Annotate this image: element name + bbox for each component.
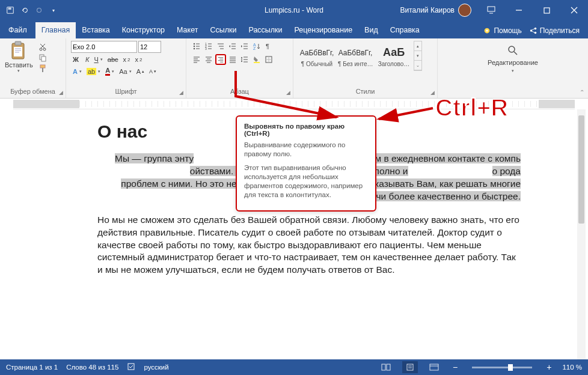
style-heading1[interactable]: АаБЗаголово… [375, 41, 412, 71]
tab-mailings[interactable]: Рассылки [242, 22, 288, 38]
zoom-level[interactable]: 110 % [562, 364, 582, 371]
paste-button[interactable]: Вставить ▾ [5, 41, 33, 73]
svg-point-20 [194, 48, 195, 49]
zoom-out-button[interactable]: − [450, 362, 460, 372]
status-words[interactable]: Слово 48 из 115 [66, 364, 118, 371]
tab-view[interactable]: Вид [358, 22, 384, 38]
line-spacing-button[interactable] [239, 54, 250, 65]
svg-rect-27 [254, 62, 260, 63]
zoom-in-button[interactable]: + [544, 362, 554, 372]
status-proofing-icon[interactable] [127, 362, 135, 372]
decrease-indent-button[interactable] [227, 41, 238, 52]
align-justify-button[interactable] [227, 54, 238, 65]
cut-button[interactable] [37, 42, 49, 52]
align-right-button[interactable] [215, 54, 226, 65]
strike-button[interactable]: abc [106, 55, 120, 64]
borders-button[interactable] [263, 54, 274, 65]
tab-insert[interactable]: Вставка [76, 22, 115, 38]
editing-button[interactable]: Редактирование ▾ [443, 41, 583, 73]
annotation-shortcut: Ctrl+R [435, 94, 508, 121]
svg-rect-11 [15, 41, 21, 45]
shading-button[interactable] [251, 54, 262, 65]
svg-rect-31 [382, 364, 385, 370]
style-no-spacing[interactable]: АаБбВвГг,¶ Без инте… [337, 41, 374, 71]
zoom-slider[interactable] [472, 367, 532, 368]
maximize-button[interactable] [533, 0, 560, 20]
font-name-select[interactable] [71, 41, 137, 53]
superscript-button[interactable]: x2 [133, 55, 144, 64]
paragraph-launcher[interactable]: ◢ [286, 90, 290, 96]
close-button[interactable] [560, 0, 588, 20]
ribbon-options-button[interactable] [477, 0, 505, 20]
align-center-button[interactable] [203, 54, 214, 65]
svg-point-19 [194, 46, 195, 47]
styles-launcher[interactable]: ◢ [430, 90, 435, 96]
ribbon-tabs: Файл Главная Вставка Конструктор Макет С… [0, 20, 588, 38]
subscript-button[interactable]: x2 [121, 55, 132, 64]
styles-gallery-expand[interactable]: ▴▾⌄ [414, 41, 422, 71]
bullets-button[interactable] [191, 41, 202, 52]
svg-text:Z: Z [253, 46, 256, 50]
avatar [458, 4, 471, 17]
increase-indent-button[interactable] [239, 41, 250, 52]
svg-point-6 [486, 29, 489, 32]
font-color-button[interactable]: A▾ [103, 66, 116, 76]
svg-point-2 [37, 8, 41, 13]
highlight-button[interactable]: ab▾ [85, 67, 102, 76]
style-normal[interactable]: АаБбВвГг,¶ Обычный [298, 41, 335, 71]
format-painter-button[interactable] [37, 64, 49, 73]
tell-me[interactable]: Помощь [483, 26, 521, 35]
tab-home[interactable]: Главная [35, 22, 76, 38]
svg-text:¶: ¶ [266, 43, 269, 50]
show-marks-button[interactable]: ¶ [263, 41, 274, 52]
svg-rect-30 [128, 364, 134, 370]
status-language[interactable]: русский [144, 364, 168, 371]
status-bar: Страница 1 из 1 Слово 48 из 115 русский … [0, 359, 588, 375]
svg-rect-17 [40, 65, 45, 68]
tab-help[interactable]: Справка [384, 22, 426, 38]
tab-design[interactable]: Конструктор [116, 22, 171, 38]
collapse-ribbon-button[interactable]: ⌃ [580, 89, 584, 96]
tab-layout[interactable]: Макет [171, 22, 204, 38]
multilevel-button[interactable] [215, 41, 226, 52]
text-effects-button[interactable]: A▾ [71, 67, 84, 76]
tooltip-title: Выровнять по правому краю (Ctrl+R) [244, 123, 368, 137]
svg-rect-12 [14, 47, 22, 56]
font-launcher[interactable]: ◢ [179, 90, 183, 96]
underline-button[interactable]: Ч▾ [92, 55, 104, 64]
group-label-styles: Стили◢ [298, 88, 432, 97]
view-print-button[interactable] [402, 361, 418, 373]
sort-button[interactable]: AZ [251, 41, 262, 52]
change-case-button[interactable]: Aa▾ [117, 67, 133, 76]
copy-button[interactable] [37, 53, 49, 62]
tooltip-line-1: Выравнивание содержимого по правому полю… [244, 141, 368, 159]
numbering-button[interactable]: 123 [203, 41, 214, 52]
svg-rect-34 [430, 364, 438, 370]
clipboard-launcher[interactable]: ◢ [59, 90, 63, 96]
font-size-select[interactable] [138, 41, 161, 53]
tab-review[interactable]: Рецензирование [289, 22, 359, 38]
group-label-clipboard: Буфер обмена◢ [5, 88, 61, 97]
autosave-icon[interactable] [6, 6, 14, 14]
status-page[interactable]: Страница 1 из 1 [6, 364, 58, 371]
svg-rect-4 [544, 8, 550, 13]
italic-button[interactable]: К [84, 55, 91, 64]
minimize-button[interactable] [505, 0, 533, 20]
grow-font-button[interactable]: A▴ [135, 67, 146, 76]
view-web-button[interactable] [426, 361, 442, 373]
redo-icon[interactable] [35, 6, 43, 14]
qat-more-icon[interactable]: ▾ [49, 6, 58, 14]
vertical-scrollbar[interactable] [577, 109, 586, 359]
user-account[interactable]: Виталий Каиров [394, 4, 477, 17]
share-button[interactable]: Поделиться [529, 26, 580, 35]
tab-file[interactable]: Файл [0, 22, 35, 38]
svg-rect-16 [41, 56, 46, 61]
user-name: Виталий Каиров [400, 6, 455, 14]
align-left-button[interactable] [191, 54, 202, 65]
undo-icon[interactable] [20, 6, 29, 14]
bold-button[interactable]: Ж [71, 55, 82, 64]
shrink-font-button[interactable]: A▾ [147, 68, 158, 75]
tab-references[interactable]: Ссылки [204, 22, 242, 38]
svg-point-14 [43, 48, 46, 50]
view-read-button[interactable] [378, 361, 394, 373]
